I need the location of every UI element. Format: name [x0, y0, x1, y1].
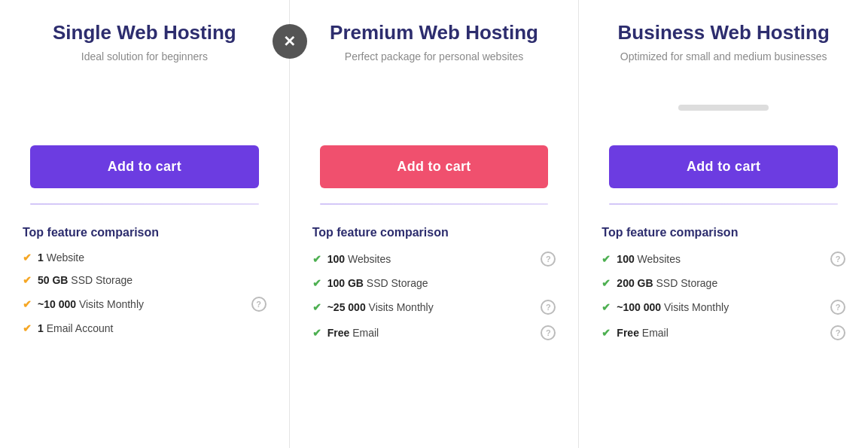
feature-premium-websites: ✔ 100 Websites ? — [312, 251, 556, 267]
feature-num-business-4: Free — [617, 327, 639, 339]
add-to-cart-business-button[interactable]: Add to cart — [609, 145, 838, 188]
info-icon-business-3[interactable]: ? — [830, 300, 845, 315]
plan-business-header: Business Web Hosting Optimized for small… — [579, 0, 868, 78]
plan-business-subtitle: Optimized for small and medium businesse… — [609, 50, 838, 62]
feature-num-single-3: ~10 000 — [38, 298, 76, 310]
feature-num-single-4: 1 — [38, 322, 44, 334]
check-icon-business-4: ✔ — [602, 327, 611, 339]
feature-premium-email: ✔ Free Email ? — [312, 325, 556, 340]
plan-single-divider — [0, 203, 289, 205]
feature-num-business-1: 100 — [617, 253, 634, 265]
check-icon-single-1: ✔ — [23, 251, 32, 264]
plan-business-features: Top feature comparison ✔ 100 Websites ? … — [579, 218, 868, 448]
feature-premium-visits: ✔ ~25 000 Visits Monthly ? — [312, 300, 556, 315]
feature-num-premium-4: Free — [327, 327, 350, 339]
plan-premium-cta: Add to cart — [290, 138, 579, 203]
plan-business: Business Web Hosting Optimized for small… — [579, 0, 868, 448]
plan-single-features: Top feature comparison ✔ 1 Website ✔ 50 … — [0, 218, 289, 448]
check-icon-premium-2: ✔ — [312, 277, 321, 289]
check-icon-single-3: ✔ — [23, 298, 32, 310]
plan-business-cta: Add to cart — [579, 138, 868, 203]
feature-business-visits: ✔ ~100 000 Visits Monthly ? — [602, 300, 845, 315]
feature-business-email: ✔ Free Email ? — [602, 325, 845, 340]
feature-num-single-2: 50 GB — [38, 274, 68, 286]
feature-single-websites: ✔ 1 Website — [23, 251, 266, 264]
plan-premium-price-area — [290, 78, 579, 138]
plan-single-subtitle: Ideal solution for beginners — [30, 50, 259, 62]
feature-business-storage: ✔ 200 GB SSD Storage — [602, 277, 845, 289]
plan-premium-divider — [290, 203, 579, 205]
check-icon-business-1: ✔ — [602, 253, 611, 265]
close-overlay-button[interactable]: ✕ — [273, 24, 307, 59]
feature-num-premium-3: ~25 000 — [327, 301, 366, 313]
check-icon-business-3: ✔ — [602, 301, 611, 313]
plan-premium-features: Top feature comparison ✔ 100 Websites ? … — [290, 218, 579, 448]
plan-business-divider — [579, 203, 868, 205]
add-to-cart-premium-button[interactable]: Add to cart — [320, 145, 549, 188]
plan-single-header: Single Web Hosting Ideal solution for be… — [0, 0, 289, 78]
add-to-cart-single-button[interactable]: Add to cart — [30, 145, 259, 188]
plan-business-features-title: Top feature comparison — [602, 226, 845, 239]
feature-num-premium-1: 100 — [327, 253, 345, 265]
feature-single-visits: ✔ ~10 000 Visits Monthly ? — [23, 297, 266, 312]
plan-premium-features-title: Top feature comparison — [312, 226, 556, 239]
info-icon-premium-3[interactable]: ? — [541, 300, 556, 315]
close-icon: ✕ — [283, 34, 296, 49]
check-icon-premium-3: ✔ — [312, 301, 321, 313]
plans-container: Single Web Hosting Ideal solution for be… — [0, 0, 868, 448]
plan-single-cta: Add to cart — [0, 138, 289, 203]
check-icon-single-2: ✔ — [23, 274, 32, 286]
plan-premium-header: Premium Web Hosting Perfect package for … — [290, 0, 579, 78]
info-icon-single-3[interactable]: ? — [251, 297, 266, 312]
plan-business-title: Business Web Hosting — [609, 21, 838, 44]
price-placeholder-business — [678, 105, 769, 111]
plan-premium-subtitle: Perfect package for personal websites — [320, 50, 549, 62]
info-icon-premium-1[interactable]: ? — [541, 251, 556, 267]
plan-single-features-title: Top feature comparison — [23, 226, 266, 239]
feature-business-websites: ✔ 100 Websites ? — [602, 251, 845, 267]
check-icon-premium-4: ✔ — [312, 327, 321, 339]
plan-business-price-area — [579, 78, 868, 138]
feature-num-business-2: 200 GB — [617, 277, 653, 289]
plan-single: Single Web Hosting Ideal solution for be… — [0, 0, 290, 448]
check-icon-business-2: ✔ — [602, 277, 611, 289]
plan-premium-title: Premium Web Hosting — [320, 21, 549, 44]
info-icon-business-1[interactable]: ? — [830, 251, 845, 267]
feature-single-email: ✔ 1 Email Account — [23, 322, 266, 334]
feature-premium-storage: ✔ 100 GB SSD Storage — [312, 277, 556, 289]
feature-num-single-1: 1 — [38, 251, 44, 264]
info-icon-business-4[interactable]: ? — [830, 325, 845, 340]
plan-single-price-area — [0, 78, 289, 138]
feature-num-business-3: ~100 000 — [617, 301, 661, 313]
plan-premium: ✕ Premium Web Hosting Perfect package fo… — [290, 0, 580, 448]
info-icon-premium-4[interactable]: ? — [541, 325, 556, 340]
feature-num-premium-2: 100 GB — [327, 277, 364, 289]
check-icon-single-4: ✔ — [23, 322, 32, 334]
check-icon-premium-1: ✔ — [312, 253, 321, 265]
plan-single-title: Single Web Hosting — [30, 21, 259, 44]
feature-single-storage: ✔ 50 GB SSD Storage — [23, 274, 266, 286]
